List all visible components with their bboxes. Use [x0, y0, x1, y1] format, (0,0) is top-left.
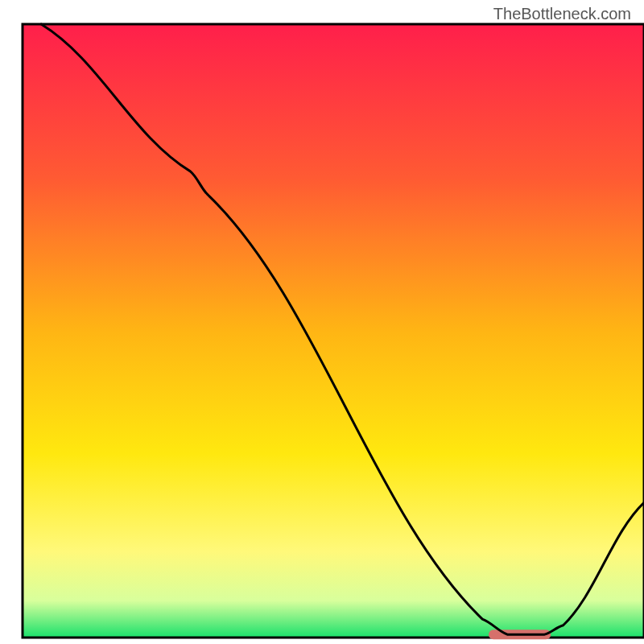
- chart-canvas: [0, 0, 644, 644]
- gradient-background: [23, 24, 644, 638]
- chart-container: TheBottleneck.com: [0, 0, 644, 644]
- attribution-text: TheBottleneck.com: [493, 5, 631, 23]
